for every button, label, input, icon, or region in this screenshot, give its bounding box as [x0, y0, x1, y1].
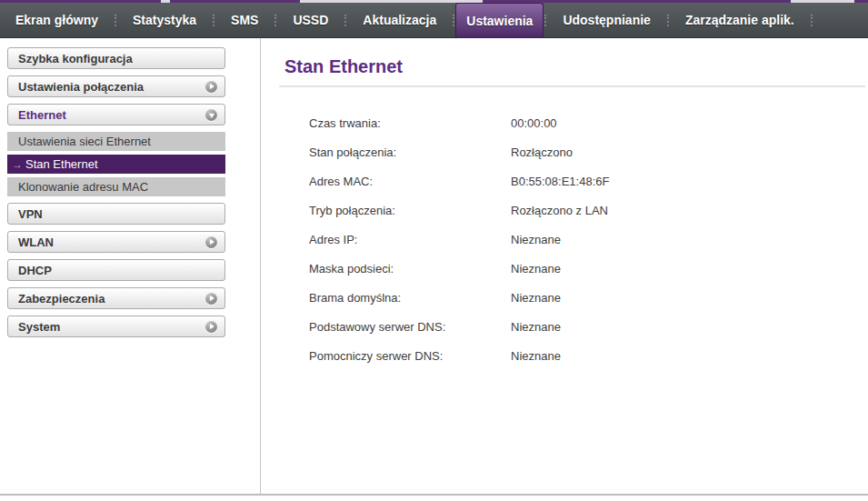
nav-separator [453, 15, 454, 26]
main-wrapper: Szybka konfiguracja Ustawienia połączeni… [0, 38, 868, 494]
nav-item-statystyka[interactable]: Statystyka [117, 3, 212, 37]
chevron-right-circle-icon [205, 293, 217, 305]
page-title: Stan Ethernet [284, 56, 868, 77]
active-item-arrow-icon: → [12, 158, 23, 171]
submenu-item-stan-ethernet-active[interactable]: → Stan Ethernet [7, 155, 225, 174]
browser-tab-remnant-strip [0, 0, 868, 3]
sidebar-item-label: WLAN [18, 235, 54, 249]
status-row-czas-trwania: Czas trwania: 00:00:00 [309, 108, 868, 137]
status-label: Podstawowy serwer DNS: [309, 320, 511, 334]
tab-remnant-segment [0, 0, 161, 3]
status-label: Tryb połączenia: [309, 204, 511, 217]
title-divider [279, 85, 865, 87]
sidebar-item-label: Zabezpieczenia [18, 292, 105, 306]
chevron-right-circle-icon [205, 321, 217, 333]
sidebar-item-system[interactable]: System [7, 316, 225, 337]
ethernet-submenu: Ustawienia sieci Ethernet → Stan Etherne… [7, 132, 260, 196]
nav-separator [544, 15, 546, 26]
status-value: Rozłączono [511, 145, 573, 159]
nav-item-sms[interactable]: SMS [215, 3, 274, 37]
status-row-stan-polaczenia: Stan połączenia: Rozłączono [309, 137, 868, 166]
sidebar-item-label: System [18, 320, 60, 334]
nav-separator [115, 15, 116, 26]
sidebar-item-zabezpieczenia[interactable]: Zabezpieczenia [7, 287, 225, 309]
sidebar-item-label: VPN [18, 207, 43, 221]
sidebar-item-vpn[interactable]: VPN [7, 203, 225, 225]
submenu-item-ustawienia-sieci-ethernet[interactable]: Ustawienia sieci Ethernet [7, 132, 225, 151]
status-row-pomocniczy-dns: Pomocniczy serwer DNS: Nieznane [309, 341, 868, 370]
page-bottom-divider [0, 494, 868, 496]
status-label: Brama domyślna: [309, 291, 511, 305]
nav-separator [274, 15, 276, 26]
submenu-item-label: Klonowanie adresu MAC [18, 180, 148, 194]
sidebar-item-label: Szybka konfiguracja [18, 52, 133, 65]
status-row-brama-domyslna: Brama domyślna: Nieznane [309, 283, 868, 312]
nav-item-ustawienia-active[interactable]: Ustawienia [455, 3, 544, 37]
chevron-down-circle-icon [205, 109, 217, 121]
sidebar-item-szybka-konfiguracja[interactable]: Szybka konfiguracja [7, 47, 225, 69]
nav-separator [344, 15, 346, 26]
submenu-item-label: Ustawienia sieci Ethernet [18, 135, 151, 148]
sidebar-item-wlan[interactable]: WLAN [7, 231, 225, 253]
status-row-tryb-polaczenia: Tryb połączenia: Rozłączono z LAN [309, 195, 868, 225]
tab-remnant-segment [854, 0, 868, 3]
sidebar-item-label: Ustawienia połączenia [18, 80, 144, 94]
status-value: B0:55:08:E1:48:6F [511, 175, 609, 188]
status-label: Adres IP: [309, 233, 511, 246]
sidebar-item-ustawienia-polaczenia[interactable]: Ustawienia połączenia [7, 75, 225, 97]
status-row-podstawowy-dns: Podstawowy serwer DNS: Nieznane [309, 312, 868, 341]
status-label: Adres MAC: [309, 175, 511, 188]
status-value: Nieznane [511, 349, 561, 363]
status-label: Stan połączenia: [309, 145, 511, 159]
ethernet-status-table: Czas trwania: 00:00:00 Stan połączenia: … [309, 108, 868, 370]
nav-item-ekran-glowny[interactable]: Ekran główny [0, 3, 114, 37]
status-value: Rozłączono z LAN [511, 204, 608, 217]
submenu-item-label: Stan Ethernet [25, 157, 98, 171]
chevron-right-circle-icon [205, 236, 217, 248]
submenu-item-klonowanie-adresu-mac[interactable]: Klonowanie adresu MAC [7, 177, 225, 196]
status-value: Nieznane [511, 320, 561, 334]
status-label: Czas trwania: [309, 116, 511, 130]
status-label: Pomocniczy serwer DNS: [309, 349, 511, 363]
sidebar-item-dhcp[interactable]: DHCP [7, 259, 225, 281]
content-panel: Stan Ethernet Czas trwania: 00:00:00 Sta… [261, 38, 868, 494]
sidebar-item-label: DHCP [18, 264, 52, 277]
nav-item-udostepnianie[interactable]: Udostępnianie [547, 3, 665, 37]
status-value: Nieznane [511, 262, 561, 276]
sidebar-item-ethernet[interactable]: Ethernet [7, 104, 225, 125]
nav-item-zarzadzanie-aplik[interactable]: Zarządzanie aplik. [670, 3, 810, 37]
status-row-adres-ip: Adres IP: Nieznane [309, 225, 868, 254]
nav-separator [667, 15, 669, 26]
top-navbar: Ekran główny Statystyka SMS USSD Aktuali… [0, 3, 868, 38]
nav-separator [213, 15, 215, 26]
tab-remnant-segment [483, 0, 791, 3]
chevron-right-circle-icon [205, 81, 217, 93]
nav-item-aktualizacja[interactable]: Aktualizacja [347, 3, 452, 37]
settings-sidebar: Szybka konfiguracja Ustawienia połączeni… [0, 38, 261, 494]
nav-item-ussd[interactable]: USSD [277, 3, 344, 37]
sidebar-item-label: Ethernet [18, 108, 66, 122]
nav-separator [811, 15, 813, 26]
status-row-adres-mac: Adres MAC: B0:55:08:E1:48:6F [309, 166, 868, 195]
status-value: 00:00:00 [511, 116, 557, 130]
status-value: Nieznane [511, 233, 561, 246]
status-value: Nieznane [511, 291, 561, 305]
status-row-maska-podsieci: Maska podsieci: Nieznane [309, 254, 868, 283]
status-label: Maska podsieci: [309, 262, 511, 276]
tab-remnant-segment [170, 0, 300, 3]
